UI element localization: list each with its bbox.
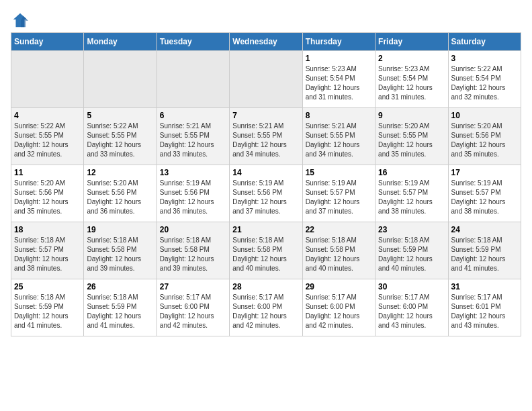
week-row-3: 11Sunrise: 5:20 AMSunset: 5:56 PMDayligh… [11,165,521,222]
day-number: 1 [306,54,372,63]
day-number: 24 [451,225,518,234]
day-number: 11 [14,168,81,177]
day-info: Sunrise: 5:18 AMSunset: 5:58 PMDaylight:… [160,236,226,273]
header-tuesday: Tuesday [157,33,229,51]
day-info: Sunrise: 5:20 AMSunset: 5:56 PMDaylight:… [87,179,153,216]
day-number: 14 [232,168,299,177]
week-row-5: 25Sunrise: 5:18 AMSunset: 5:59 PMDayligh… [11,279,521,336]
calendar-cell: 26Sunrise: 5:18 AMSunset: 5:59 PMDayligh… [84,279,157,336]
day-number: 13 [160,168,226,177]
calendar-cell: 1Sunrise: 5:23 AMSunset: 5:54 PMDaylight… [302,51,375,108]
calendar-cell: 24Sunrise: 5:18 AMSunset: 5:59 PMDayligh… [448,222,521,279]
calendar-cell: 22Sunrise: 5:18 AMSunset: 5:58 PMDayligh… [302,222,375,279]
calendar-cell: 9Sunrise: 5:20 AMSunset: 5:55 PMDaylight… [375,108,448,165]
day-info: Sunrise: 5:19 AMSunset: 5:57 PMDaylight:… [378,179,445,216]
calendar-cell [157,51,229,108]
day-info: Sunrise: 5:18 AMSunset: 5:58 PMDaylight:… [87,236,153,273]
day-info: Sunrise: 5:17 AMSunset: 6:00 PMDaylight:… [160,293,226,330]
day-number: 25 [14,282,81,291]
calendar-cell [230,51,302,108]
week-row-2: 4Sunrise: 5:22 AMSunset: 5:55 PMDaylight… [11,108,521,165]
header-saturday: Saturday [448,33,521,51]
header-sunday: Sunday [11,33,84,51]
day-number: 26 [87,282,153,291]
calendar-cell: 19Sunrise: 5:18 AMSunset: 5:58 PMDayligh… [84,222,157,279]
day-number: 28 [232,282,299,291]
day-number: 17 [451,168,518,177]
calendar-cell: 16Sunrise: 5:19 AMSunset: 5:57 PMDayligh… [375,165,448,222]
day-number: 10 [451,111,518,120]
calendar-cell: 2Sunrise: 5:23 AMSunset: 5:54 PMDaylight… [375,51,448,108]
day-info: Sunrise: 5:17 AMSunset: 6:01 PMDaylight:… [451,293,518,330]
calendar-cell: 29Sunrise: 5:17 AMSunset: 6:00 PMDayligh… [302,279,375,336]
day-number: 7 [232,111,299,120]
header-wednesday: Wednesday [230,33,302,51]
calendar-cell: 30Sunrise: 5:17 AMSunset: 6:00 PMDayligh… [375,279,448,336]
day-number: 30 [378,282,445,291]
day-info: Sunrise: 5:22 AMSunset: 5:54 PMDaylight:… [451,64,518,102]
calendar-cell: 8Sunrise: 5:21 AMSunset: 5:55 PMDaylight… [302,108,375,165]
day-info: Sunrise: 5:23 AMSunset: 5:54 PMDaylight:… [378,64,445,102]
calendar-cell: 28Sunrise: 5:17 AMSunset: 6:00 PMDayligh… [230,279,302,336]
day-number: 23 [378,225,445,234]
day-info: Sunrise: 5:21 AMSunset: 5:55 PMDaylight:… [232,122,299,159]
calendar-cell: 20Sunrise: 5:18 AMSunset: 5:58 PMDayligh… [157,222,229,279]
day-info: Sunrise: 5:17 AMSunset: 6:00 PMDaylight:… [306,293,372,330]
calendar-cell: 12Sunrise: 5:20 AMSunset: 5:56 PMDayligh… [84,165,157,222]
day-info: Sunrise: 5:18 AMSunset: 5:58 PMDaylight:… [232,236,299,273]
day-info: Sunrise: 5:18 AMSunset: 5:59 PMDaylight:… [14,293,81,330]
day-info: Sunrise: 5:19 AMSunset: 5:56 PMDaylight:… [160,179,226,216]
calendar-cell: 17Sunrise: 5:19 AMSunset: 5:57 PMDayligh… [448,165,521,222]
day-info: Sunrise: 5:20 AMSunset: 5:55 PMDaylight:… [378,122,445,159]
calendar-cell: 3Sunrise: 5:22 AMSunset: 5:54 PMDaylight… [448,51,521,108]
calendar-cell: 5Sunrise: 5:22 AMSunset: 5:55 PMDaylight… [84,108,157,165]
header-thursday: Thursday [302,33,375,51]
day-number: 21 [232,225,299,234]
day-info: Sunrise: 5:21 AMSunset: 5:55 PMDaylight:… [306,122,372,159]
day-number: 18 [14,225,81,234]
calendar-cell: 10Sunrise: 5:20 AMSunset: 5:56 PMDayligh… [448,108,521,165]
day-info: Sunrise: 5:17 AMSunset: 6:00 PMDaylight:… [232,293,299,330]
logo [11,11,32,30]
calendar-cell: 27Sunrise: 5:17 AMSunset: 6:00 PMDayligh… [157,279,229,336]
day-number: 22 [306,225,372,234]
day-number: 20 [160,225,226,234]
calendar-cell: 14Sunrise: 5:19 AMSunset: 5:56 PMDayligh… [230,165,302,222]
day-info: Sunrise: 5:17 AMSunset: 6:00 PMDaylight:… [378,293,445,330]
calendar-cell: 31Sunrise: 5:17 AMSunset: 6:01 PMDayligh… [448,279,521,336]
day-info: Sunrise: 5:23 AMSunset: 5:54 PMDaylight:… [306,64,372,102]
day-number: 4 [14,111,81,120]
calendar-cell: 21Sunrise: 5:18 AMSunset: 5:58 PMDayligh… [230,222,302,279]
calendar-cell: 18Sunrise: 5:18 AMSunset: 5:57 PMDayligh… [11,222,84,279]
calendar-cell: 25Sunrise: 5:18 AMSunset: 5:59 PMDayligh… [11,279,84,336]
day-number: 6 [160,111,226,120]
week-row-1: 1Sunrise: 5:23 AMSunset: 5:54 PMDaylight… [11,51,521,108]
day-number: 29 [306,282,372,291]
day-number: 16 [378,168,445,177]
day-number: 9 [378,111,445,120]
calendar-table: SundayMondayTuesdayWednesdayThursdayFrid… [11,32,521,336]
day-info: Sunrise: 5:20 AMSunset: 5:56 PMDaylight:… [14,179,81,216]
day-info: Sunrise: 5:19 AMSunset: 5:56 PMDaylight:… [232,179,299,216]
calendar-header-row: SundayMondayTuesdayWednesdayThursdayFrid… [11,33,521,51]
day-number: 31 [451,282,518,291]
header-friday: Friday [375,33,448,51]
header-monday: Monday [84,33,157,51]
calendar-cell: 23Sunrise: 5:18 AMSunset: 5:59 PMDayligh… [375,222,448,279]
day-info: Sunrise: 5:18 AMSunset: 5:59 PMDaylight:… [87,293,153,330]
day-number: 12 [87,168,153,177]
day-info: Sunrise: 5:22 AMSunset: 5:55 PMDaylight:… [87,122,153,159]
day-info: Sunrise: 5:18 AMSunset: 5:58 PMDaylight:… [306,236,372,273]
day-number: 5 [87,111,153,120]
calendar-cell: 15Sunrise: 5:19 AMSunset: 5:57 PMDayligh… [302,165,375,222]
day-info: Sunrise: 5:20 AMSunset: 5:56 PMDaylight:… [451,122,518,159]
day-number: 2 [378,54,445,63]
day-number: 15 [306,168,372,177]
calendar-cell [11,51,84,108]
calendar-cell: 4Sunrise: 5:22 AMSunset: 5:55 PMDaylight… [11,108,84,165]
day-number: 19 [87,225,153,234]
day-info: Sunrise: 5:18 AMSunset: 5:57 PMDaylight:… [14,236,81,273]
day-info: Sunrise: 5:19 AMSunset: 5:57 PMDaylight:… [306,179,372,216]
calendar-cell: 6Sunrise: 5:21 AMSunset: 5:55 PMDaylight… [157,108,229,165]
day-number: 8 [306,111,372,120]
